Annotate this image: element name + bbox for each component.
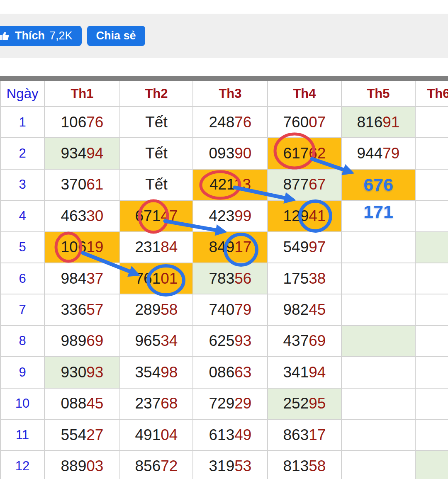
result-cell: 93494 — [45, 138, 120, 169]
result-cell: 93093 — [45, 357, 120, 388]
day-cell: 4 — [0, 201, 45, 232]
result-cell: 72929 — [193, 389, 268, 420]
day-cell: 8 — [0, 326, 45, 357]
column-header-day: Ngày — [0, 81, 45, 107]
result-cell: 94479 — [342, 138, 416, 169]
result-cell — [342, 357, 416, 388]
table-top-separator — [0, 76, 448, 81]
result-cell — [416, 232, 448, 263]
column-header-th6: Th6 — [416, 81, 448, 107]
result-cell: 49104 — [120, 420, 193, 451]
day-cell: 11 — [0, 420, 45, 451]
day-cell: 6 — [0, 263, 45, 294]
result-cell — [342, 326, 416, 357]
result-cell: 23768 — [120, 389, 193, 420]
result-cell: 87767 — [268, 170, 342, 201]
result-cell: Tết — [120, 107, 193, 138]
day-cell: 2 — [0, 138, 45, 169]
result-cell: 96534 — [120, 326, 193, 357]
column-header-th4: Th4 — [268, 81, 342, 107]
result-cell: 12941 — [268, 201, 342, 232]
result-cell — [342, 389, 416, 420]
result-cell: 08663 — [193, 357, 268, 388]
result-cell — [416, 326, 448, 357]
result-cell — [416, 451, 448, 479]
day-cell: 5 — [0, 232, 45, 263]
result-cell: 67147 — [120, 201, 193, 232]
result-cell: 42399 — [193, 201, 268, 232]
result-cell: 08845 — [45, 389, 120, 420]
result-cell: 10676 — [45, 107, 120, 138]
day-cell: 10 — [0, 389, 45, 420]
day-cell: 12 — [0, 451, 45, 479]
result-cell: 61349 — [193, 420, 268, 451]
result-cell: 81358 — [268, 451, 342, 479]
result-cell — [416, 201, 448, 232]
gap-spacer — [0, 58, 448, 76]
day-cell: 1 — [0, 107, 45, 138]
like-label: Thích — [15, 29, 45, 42]
result-cell — [342, 263, 416, 294]
result-cell: 46330 — [45, 201, 120, 232]
share-label: Chia sẻ — [96, 29, 136, 42]
lottery-results-table: NgàyTh1Th2Th3Th4Th5Th6110676Tết248767600… — [0, 81, 448, 479]
result-cell: 84917 — [193, 232, 268, 263]
result-cell: 98969 — [45, 326, 120, 357]
result-cell: 81691 — [342, 107, 416, 138]
column-header-th1: Th1 — [45, 81, 120, 107]
result-cell — [416, 170, 448, 201]
result-cell — [416, 263, 448, 294]
thumbs-up-icon — [0, 30, 10, 41]
result-cell — [416, 389, 448, 420]
prediction-note-cell: 676 — [342, 170, 416, 201]
result-cell: Tết — [120, 170, 193, 201]
column-header-th5: Th5 — [342, 81, 416, 107]
result-cell — [342, 294, 416, 326]
result-cell: 37061 — [45, 170, 120, 201]
result-cell: 35498 — [120, 357, 193, 388]
result-cell: 55427 — [45, 420, 120, 451]
day-cell: 7 — [0, 294, 45, 326]
social-bar: Thích 7,2K Chia sẻ — [0, 14, 448, 58]
result-cell — [416, 420, 448, 451]
top-spacer — [0, 0, 448, 14]
result-cell — [342, 232, 416, 263]
result-cell: 25295 — [268, 389, 342, 420]
result-cell: 43769 — [268, 326, 342, 357]
result-cell — [416, 357, 448, 388]
result-cell: 09390 — [193, 138, 268, 169]
result-cell — [416, 294, 448, 326]
result-cell: 17538 — [268, 263, 342, 294]
result-cell: 78356 — [193, 263, 268, 294]
share-button[interactable]: Chia sẻ — [87, 26, 145, 46]
result-cell — [416, 107, 448, 138]
result-cell: 61762 — [268, 138, 342, 169]
page: Thích 7,2K Chia sẻ NgàyTh1Th2Th3Th4Th5Th… — [0, 0, 448, 479]
like-button[interactable]: Thích 7,2K — [0, 26, 82, 46]
result-cell: 88903 — [45, 451, 120, 479]
result-cell — [342, 451, 416, 479]
result-cell: 31953 — [193, 451, 268, 479]
result-cell: 98437 — [45, 263, 120, 294]
result-cell: 86317 — [268, 420, 342, 451]
result-cell: 42113 — [193, 170, 268, 201]
result-cell: 34194 — [268, 357, 342, 388]
result-cell: 24876 — [193, 107, 268, 138]
result-cell: 28958 — [120, 294, 193, 326]
result-cell: 76007 — [268, 107, 342, 138]
result-cell: 33657 — [45, 294, 120, 326]
result-cell: 23184 — [120, 232, 193, 263]
prediction-note-cell: 171 — [342, 201, 416, 232]
result-cell: 98245 — [268, 294, 342, 326]
column-header-th2: Th2 — [120, 81, 193, 107]
like-count: 7,2K — [49, 29, 73, 42]
result-cell: 85672 — [120, 451, 193, 479]
result-cell: 62593 — [193, 326, 268, 357]
result-cell: 10619 — [45, 232, 120, 263]
day-cell: 9 — [0, 357, 45, 388]
result-cell: 54997 — [268, 232, 342, 263]
result-cell: 74079 — [193, 294, 268, 326]
result-cell: Tết — [120, 138, 193, 169]
result-cell: 76101 — [120, 263, 193, 294]
column-header-th3: Th3 — [193, 81, 268, 107]
